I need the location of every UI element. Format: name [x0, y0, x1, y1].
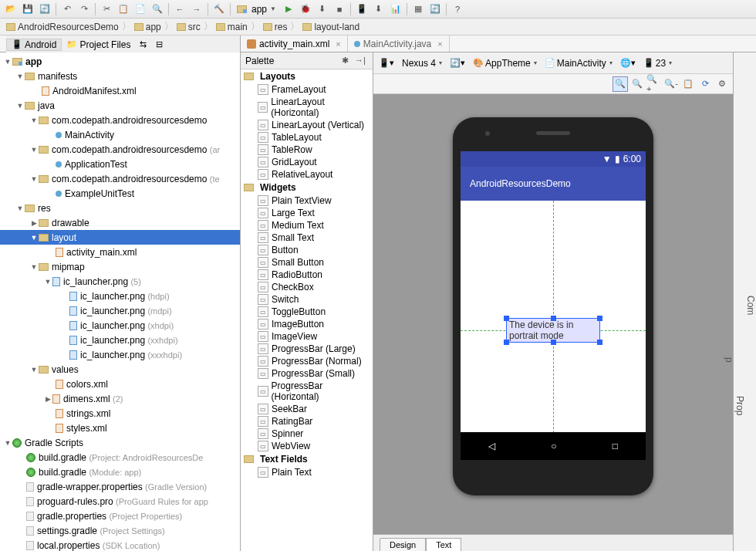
palette-item[interactable]: ▭ProgressBar (Horizontal) [241, 380, 373, 403]
breadcrumb: AndroidResourcesDemo〉 app〉 src〉 main〉 re… [0, 19, 756, 35]
bc-layout-land[interactable]: layout-land [299, 22, 363, 32]
zoom-reset-icon[interactable]: 🔍 [629, 76, 645, 92]
tab-text[interactable]: Text [426, 538, 461, 551]
cut-icon[interactable]: ✂ [99, 2, 114, 17]
palette-item[interactable]: ▭Small Text [241, 232, 373, 244]
open-icon[interactable]: 📂 [3, 2, 19, 17]
battery-icon: ▮ [615, 154, 620, 164]
refresh-icon[interactable]: ⟳ [697, 76, 713, 92]
avd-icon[interactable]: 📱 [354, 2, 370, 17]
palette-item[interactable]: ▭TableRow [241, 144, 373, 156]
run-icon[interactable]: ▶ [281, 2, 296, 17]
palette-item[interactable]: ▭Small Button [241, 256, 373, 269]
module-select[interactable]: app▼ [234, 4, 279, 15]
back-icon[interactable]: ← [172, 2, 187, 17]
view-project-files[interactable]: 📁Project Files [62, 39, 135, 50]
bc-src[interactable]: src [174, 22, 204, 32]
app-title: AndroidResourcesDemo [470, 178, 571, 189]
sync-icon[interactable]: 🔄 [37, 2, 52, 17]
redo-icon[interactable]: ↷ [76, 2, 92, 17]
palette-item[interactable]: ▭ProgressBar (Normal) [241, 355, 373, 367]
palette-item[interactable]: ▭ImageButton [241, 318, 373, 330]
view-android[interactable]: 📱Android [6, 39, 62, 51]
tab-mainactivity[interactable]: MainActivity.java× [348, 35, 450, 52]
palette-item[interactable]: ▭Plain Text [241, 466, 373, 478]
palette-title: Palette [245, 56, 274, 66]
palette-item[interactable]: ▭LinearLayout (Horizontal) [241, 96, 373, 119]
debug-icon[interactable]: 🐞 [298, 2, 313, 17]
paste-icon[interactable]: 📄 [133, 2, 148, 17]
forward-icon[interactable]: → [189, 2, 204, 17]
layout-editor: 📱▾ Nexus 4▾ 🔄▾ 🎨AppTheme▾ 📄MainActivity▾… [373, 52, 733, 551]
right-toolwindow[interactable]: Com Prop p [733, 52, 756, 551]
palette-item[interactable]: ▭CheckBox [241, 281, 373, 293]
palette-item[interactable]: ▭FrameLayout [241, 83, 373, 96]
nav-back-icon: ◁ [488, 441, 495, 451]
attach-icon[interactable]: ⬇ [315, 2, 330, 17]
view-nav-icon[interactable]: ⇆ [135, 39, 151, 49]
build-icon[interactable]: 🔨 [211, 2, 227, 17]
palette-item[interactable]: ▭RatingBar [241, 415, 373, 428]
device-select[interactable]: Nexus 4▾ [400, 58, 444, 69]
monitor-icon[interactable]: 📊 [388, 2, 403, 17]
locale-icon[interactable]: 🌐▾ [618, 58, 638, 68]
save-icon[interactable]: 💾 [20, 2, 35, 17]
pal-group-textfields: Text Fields [260, 454, 308, 465]
palette-item[interactable]: ▭ImageView [241, 330, 373, 343]
palette-item[interactable]: ▭Medium Text [241, 219, 373, 232]
bc-main[interactable]: main [213, 22, 251, 32]
palette-item[interactable]: ▭ProgressBar (Small) [241, 367, 373, 380]
api-select[interactable]: 📱23▾ [641, 58, 674, 69]
settings-icon[interactable]: ⚙ [714, 76, 730, 92]
project-panel: ▼app ▼manifests AndroidManifest.xml ▼jav… [0, 52, 241, 551]
palette-item[interactable]: ▭RadioButton [241, 269, 373, 281]
palette-item[interactable]: ▭SeekBar [241, 403, 373, 415]
zoom-out-icon[interactable]: 🔍- [663, 76, 679, 92]
bc-res[interactable]: res [260, 22, 291, 32]
activity-select[interactable]: 📄MainActivity▾ [542, 58, 615, 69]
palette-item[interactable]: ▭LinearLayout (Vertical) [241, 119, 373, 131]
clip-icon[interactable]: 📋 [680, 76, 696, 92]
palette-item[interactable]: ▭TableLayout [241, 131, 373, 144]
main-toolbar: 📂 💾 🔄 ↶ ↷ ✂ 📋 📄 🔍 ← → 🔨 app▼ ▶ 🐞 ⬇ ■ 📱 ⬇… [0, 0, 756, 19]
bc-app[interactable]: app [131, 22, 164, 32]
orientation-icon[interactable]: 🔄▾ [447, 58, 467, 68]
pal-group-widgets: Widgets [260, 182, 296, 193]
wifi-icon: ▼ [602, 154, 612, 164]
palette-item[interactable]: ▭Switch [241, 293, 373, 306]
rotate-icon[interactable]: 📱▾ [376, 58, 397, 68]
palette-item[interactable]: ▭ToggleButton [241, 306, 373, 318]
palette-item[interactable]: ▭Spinner [241, 428, 373, 440]
sync-gradle-icon[interactable]: 🔄 [427, 2, 443, 17]
palette-item[interactable]: ▭Large Text [241, 207, 373, 219]
palette-item[interactable]: ▭GridLayout [241, 156, 373, 168]
theme-select[interactable]: 🎨AppTheme▾ [471, 58, 539, 69]
stop-icon[interactable]: ■ [332, 2, 347, 17]
tab-design[interactable]: Design [380, 538, 426, 551]
textview-selected[interactable]: The device is in portrait mode [507, 319, 599, 342]
pal-group-layouts: Layouts [260, 71, 295, 82]
tree-layout-folder: ▼layout [0, 230, 240, 245]
zoom-in-icon[interactable]: 🔍+ [646, 76, 662, 92]
project-tree[interactable]: ▼app ▼manifests AndroidManifest.xml ▼jav… [0, 52, 240, 551]
device-frame: ▼▮6:00 AndroidResourcesDemo The device i… [453, 117, 653, 495]
copy-icon[interactable]: 📋 [116, 2, 131, 17]
palette-settings-icon[interactable]: ✱ [337, 53, 353, 69]
sdk-icon[interactable]: ⬇ [371, 2, 386, 17]
device-screen[interactable]: ▼▮6:00 AndroidResourcesDemo The device i… [461, 151, 646, 460]
editor-tab-row: 📱Android 📁Project Files ⇆ ⊟ activity_mai… [0, 35, 756, 52]
view-collapse-icon[interactable]: ⊟ [151, 39, 167, 49]
undo-icon[interactable]: ↶ [59, 2, 75, 17]
find-icon[interactable]: 🔍 [150, 2, 165, 17]
structure-icon[interactable]: ▦ [410, 2, 426, 17]
palette-item[interactable]: ▭Plain TextView [241, 194, 373, 207]
zoom-fit-icon[interactable]: 🔍 [613, 76, 628, 92]
palette-item[interactable]: ▭WebView [241, 440, 373, 452]
palette-hide-icon[interactable]: →| [353, 52, 368, 68]
help-icon[interactable]: ? [450, 2, 465, 17]
palette-item[interactable]: ▭Button [241, 244, 373, 256]
bc-project[interactable]: AndroidResourcesDemo [3, 22, 122, 32]
palette-item[interactable]: ▭RelativeLayout [241, 168, 373, 181]
palette-item[interactable]: ▭ProgressBar (Large) [241, 343, 373, 355]
tab-activity-main[interactable]: activity_main.xml× [241, 35, 348, 52]
